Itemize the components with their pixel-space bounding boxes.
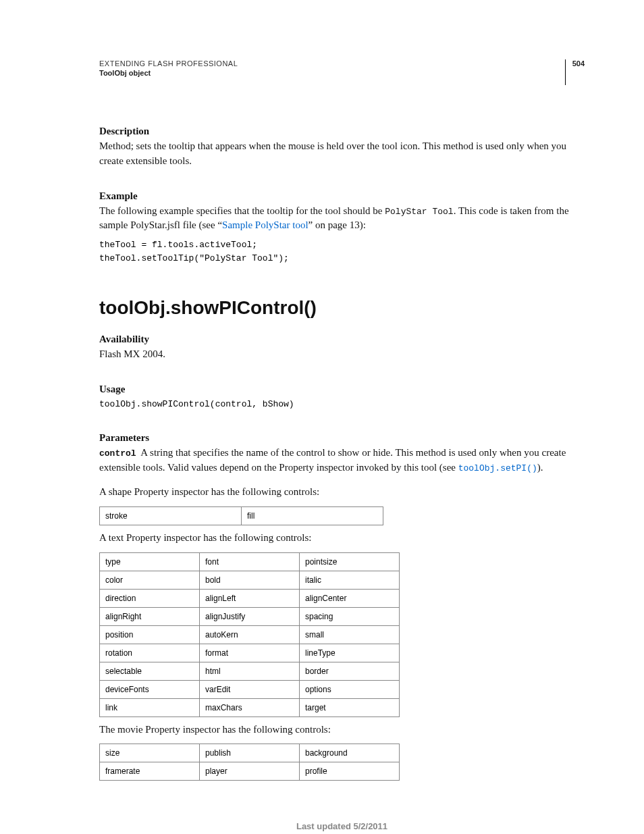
table-cell: maxChars xyxy=(200,698,300,716)
movie-table: sizepublishbackground framerateplayerpro… xyxy=(99,744,400,781)
table-row: stroke fill xyxy=(100,506,383,525)
page-number: 504 xyxy=(565,59,585,85)
table-cell: alignJustify xyxy=(200,607,300,625)
table-cell: type xyxy=(100,552,200,571)
example-inline-code: PolyStar Tool xyxy=(385,207,453,217)
table-cell: autoKern xyxy=(200,625,300,644)
table-cell: italic xyxy=(300,571,400,589)
table-cell: size xyxy=(100,744,200,762)
table-row: typefontpointsize xyxy=(100,552,400,571)
table-cell: position xyxy=(100,625,200,644)
example-section: Example The following example specifies … xyxy=(99,190,585,265)
header-left-block: EXTENDING FLASH PROFESSIONAL ToolObj obj… xyxy=(99,59,238,77)
table-row: framerateplayerprofile xyxy=(100,762,400,781)
table-cell: alignRight xyxy=(100,607,200,625)
table-row: positionautoKernsmall xyxy=(100,625,400,644)
table-cell: small xyxy=(300,625,400,644)
table-cell: deviceFonts xyxy=(100,680,200,698)
doc-subtitle: ToolObj object xyxy=(99,69,238,77)
usage-heading: Usage xyxy=(99,384,585,395)
example-text-pre: The following example specifies that the… xyxy=(99,205,385,216)
table-row: rotationformatlineType xyxy=(100,644,400,662)
movie-intro: The movie Property inspector has the fol… xyxy=(99,723,585,737)
table-cell: selectable xyxy=(100,662,200,680)
table-cell: lineType xyxy=(300,644,400,662)
availability-body: Flash MX 2004. xyxy=(99,347,585,362)
table-cell: rotation xyxy=(100,644,200,662)
parameters-section: Parameters control A string that specifi… xyxy=(99,432,585,781)
page-footer: Last updated 5/2/2011 xyxy=(99,821,585,831)
table-cell: stroke xyxy=(100,506,242,525)
table-cell: varEdit xyxy=(200,680,300,698)
table-row: colorbolditalic xyxy=(100,571,400,589)
table-row: directionalignLeftalignCenter xyxy=(100,589,400,607)
text-table: typefontpointsize colorbolditalic direct… xyxy=(99,552,400,717)
table-cell: pointsize xyxy=(300,552,400,571)
table-cell: link xyxy=(100,698,200,716)
shape-table: stroke fill xyxy=(99,506,383,525)
param-desc-b: ). xyxy=(537,462,543,473)
table-row: deviceFontsvarEditoptions xyxy=(100,680,400,698)
table-cell: bold xyxy=(200,571,300,589)
example-code-block: theTool = fl.tools.activeTool; theTool.s… xyxy=(99,238,585,265)
table-cell: framerate xyxy=(100,762,200,781)
table-row: sizepublishbackground xyxy=(100,744,400,762)
parameters-heading: Parameters xyxy=(99,432,585,444)
description-body: Method; sets the tooltip that appears wh… xyxy=(99,139,585,169)
table-cell: background xyxy=(300,744,400,762)
table-row: linkmaxCharstarget xyxy=(100,698,400,716)
table-cell: profile xyxy=(300,762,400,781)
toolobj-setpi-link[interactable]: toolObj.setPI() xyxy=(458,463,537,473)
doc-title: EXTENDING FLASH PROFESSIONAL xyxy=(99,59,238,68)
availability-section: Availability Flash MX 2004. xyxy=(99,334,585,362)
table-cell: font xyxy=(200,552,300,571)
table-cell: alignCenter xyxy=(300,589,400,607)
api-heading: toolObj.showPIControl() xyxy=(99,297,585,319)
description-heading: Description xyxy=(99,126,585,137)
table-cell: fill xyxy=(242,506,383,525)
table-cell: html xyxy=(200,662,300,680)
description-section: Description Method; sets the tooltip tha… xyxy=(99,126,585,169)
example-heading: Example xyxy=(99,190,585,202)
table-row: alignRightalignJustifyspacing xyxy=(100,607,400,625)
table-cell: publish xyxy=(200,744,300,762)
table-cell: target xyxy=(300,698,400,716)
parameters-body: control A string that specifies the name… xyxy=(99,446,585,475)
table-cell: spacing xyxy=(300,607,400,625)
table-cell: border xyxy=(300,662,400,680)
example-body: The following example specifies that the… xyxy=(99,204,585,234)
param-name: control xyxy=(99,448,136,459)
example-text-post: ” on page 13): xyxy=(308,219,366,230)
sample-polystar-link[interactable]: Sample PolyStar tool xyxy=(222,219,308,230)
page: EXTENDING FLASH PROFESSIONAL ToolObj obj… xyxy=(0,0,644,834)
availability-heading: Availability xyxy=(99,334,585,345)
table-row: selectablehtmlborder xyxy=(100,662,400,680)
usage-code: toolObj.showPIControl(control, bShow) xyxy=(99,398,585,411)
text-intro: A text Property inspector has the follow… xyxy=(99,531,585,546)
shape-intro: A shape Property inspector has the follo… xyxy=(99,485,585,500)
table-cell: options xyxy=(300,680,400,698)
table-cell: player xyxy=(200,762,300,781)
table-cell: color xyxy=(100,571,200,589)
table-cell: format xyxy=(200,644,300,662)
page-header: EXTENDING FLASH PROFESSIONAL ToolObj obj… xyxy=(99,59,585,85)
usage-section: Usage toolObj.showPIControl(control, bSh… xyxy=(99,384,585,411)
table-cell: alignLeft xyxy=(200,589,300,607)
table-cell: direction xyxy=(100,589,200,607)
